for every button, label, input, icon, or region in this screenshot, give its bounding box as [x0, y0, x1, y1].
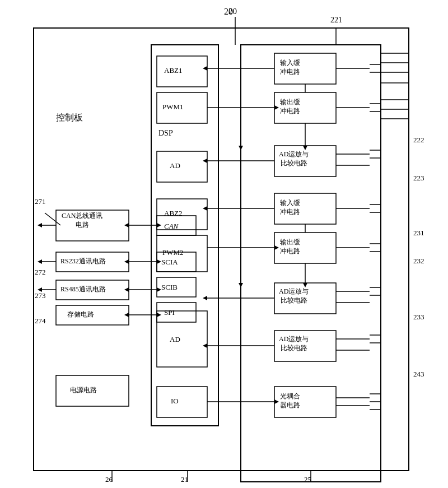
svg-marker-89: [157, 287, 161, 292]
ref-273: 273: [35, 291, 46, 300]
rs232-circuit-label: RS232通讯电路: [60, 257, 106, 266]
ad-top-label: AD: [170, 161, 180, 170]
svg-rect-1: [151, 45, 218, 426]
optocoupler-label: 光耦合器电路: [280, 392, 300, 410]
svg-rect-4: [157, 151, 207, 182]
diagram-container: 20 221 控制板 DSP ABZ1 PWM1 AD ABZ2 PWM2 AD…: [0, 0, 448, 488]
ref-274: 274: [35, 317, 46, 326]
ref-25: 25: [304, 475, 311, 484]
output-buf2-label: 输出缓冲电路: [280, 238, 300, 255]
svg-marker-92: [157, 313, 161, 317]
svg-marker-113: [303, 283, 307, 287]
svg-rect-12: [157, 303, 196, 322]
storage-circuit-label: 存储电路: [67, 310, 94, 319]
svg-rect-8: [157, 387, 207, 417]
ref-272: 272: [35, 268, 46, 277]
svg-marker-38: [239, 146, 243, 150]
svg-marker-46: [203, 206, 207, 211]
svg-rect-13: [241, 45, 381, 482]
svg-marker-93: [124, 313, 129, 317]
svg-marker-110: [303, 146, 307, 150]
input-buf2-label: 输入缓冲电路: [280, 199, 300, 216]
svg-marker-33: [274, 105, 279, 110]
ref-223: 223: [413, 174, 424, 183]
ref-231: 231: [413, 229, 424, 238]
ref-243: 243: [413, 370, 424, 379]
dsp-label: DSP: [158, 129, 173, 138]
output-buf1-label: 输出缓冲电路: [280, 98, 300, 115]
rs485-circuit-label: RS485通讯电路: [60, 285, 106, 294]
board-label: 控制板: [56, 112, 83, 124]
svg-marker-51: [274, 245, 279, 250]
ref-20-top: 20: [228, 7, 237, 16]
ref-221: 221: [330, 16, 342, 25]
io-label: IO: [171, 397, 179, 406]
can-port-label: CAN: [164, 222, 178, 231]
svg-rect-7: [157, 311, 207, 367]
scia-port-label: SCIA: [161, 258, 178, 267]
svg-marker-85: [124, 259, 129, 264]
diagram-svg: [0, 0, 448, 488]
ref-232: 232: [413, 257, 424, 266]
pwm2-label: PWM2: [162, 248, 184, 257]
ref-271: 271: [35, 197, 46, 206]
svg-marker-58: [203, 296, 207, 300]
svg-marker-40: [203, 159, 207, 163]
svg-marker-90: [124, 287, 129, 292]
ad-amp3-label: AD运放与比较电路: [279, 335, 309, 352]
svg-marker-80: [124, 223, 129, 227]
svg-marker-77: [38, 223, 42, 227]
svg-marker-64: [203, 343, 207, 348]
ad-bottom-label: AD: [170, 335, 180, 344]
svg-marker-79: [157, 223, 161, 227]
scib-port-label: SCIB: [161, 283, 178, 292]
svg-marker-82: [38, 259, 42, 264]
power-circuit-label: 电源电路: [70, 385, 97, 395]
abz1-label: ABZ1: [164, 66, 183, 75]
svg-marker-28: [203, 66, 207, 71]
input-buf1-label: 输入缓冲电路: [280, 59, 300, 76]
ad-amp2-label: AD运放与比较电路: [279, 287, 309, 305]
abz2-label: ABZ2: [164, 209, 183, 218]
pwm1-label: PWM1: [162, 103, 184, 111]
ad-amp1-label: AD运放与比较电路: [279, 150, 309, 168]
svg-rect-0: [34, 28, 409, 471]
ref-233: 233: [413, 313, 424, 322]
ref-21: 21: [181, 475, 188, 484]
svg-marker-84: [157, 259, 161, 264]
svg-marker-56: [239, 283, 243, 287]
ref-26: 26: [105, 475, 113, 484]
svg-line-107: [45, 213, 60, 225]
svg-marker-70: [274, 399, 279, 404]
spi-port-label: SPI: [164, 308, 175, 317]
can-circuit-label: CAN总线通讯电路: [62, 212, 102, 229]
ref-222: 222: [413, 136, 424, 145]
